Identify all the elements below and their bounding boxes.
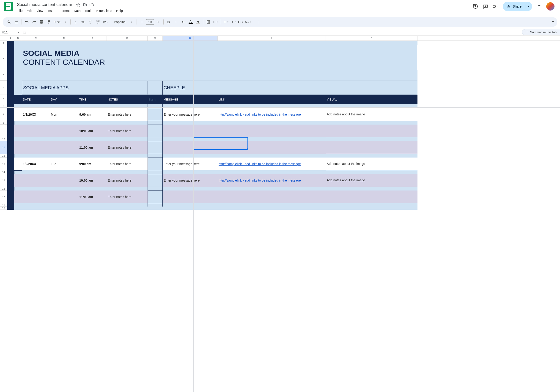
name-box[interactable]: H11 ▾ [0, 29, 21, 36]
text-color-icon[interactable]: A [187, 19, 194, 25]
cell-visual-r7[interactable]: Add notes about the image [326, 108, 418, 121]
share-button[interactable]: Share [503, 2, 525, 11]
meet-icon[interactable]: ▾ [493, 3, 499, 10]
borders-icon[interactable] [205, 19, 211, 25]
row-header-13[interactable]: 13 [0, 157, 7, 170]
document-title[interactable]: Social media content calendar [16, 2, 74, 8]
cell-time-r17[interactable]: 11:00 am [78, 190, 107, 203]
col-header-I[interactable]: I [218, 36, 326, 40]
cell-message-r15[interactable]: Enter your message here [163, 174, 218, 187]
row-header-7[interactable]: 7 [0, 108, 7, 121]
row-header-11[interactable]: 11 [0, 141, 7, 154]
paint-format-icon[interactable] [46, 19, 52, 25]
undo-icon[interactable] [24, 19, 30, 25]
zoom-caret[interactable]: ▾ [62, 19, 69, 25]
col-header-C[interactable]: C [22, 36, 50, 40]
gemini-icon[interactable] [536, 3, 542, 10]
cell-selected-H11[interactable] [163, 141, 218, 154]
font-family-dropdown[interactable]: Poppins [112, 19, 127, 25]
sheet-content[interactable]: SOCIAL MEDIA CONTENT CALENDAR SOCIAL MED… [7, 41, 560, 392]
horizontal-align-icon[interactable]: ▾ [223, 19, 229, 25]
col-header-E[interactable]: E [78, 36, 107, 40]
strikethrough-icon[interactable]: S [180, 19, 187, 25]
decrease-decimal[interactable]: .0← [87, 19, 93, 25]
row-header-4[interactable]: 4 [0, 81, 7, 95]
row-header-17[interactable]: 17 [0, 190, 7, 203]
cell-date-r13[interactable]: 1/2/20XX [22, 157, 50, 170]
increase-font-size[interactable]: + [155, 19, 161, 25]
cell-link-r15[interactable]: http://samplelink - add links to be incl… [219, 178, 301, 183]
freeze-line-horizontal[interactable] [0, 107, 560, 108]
cloud-status-icon[interactable] [90, 2, 94, 7]
row-header-18[interactable]: 18 [0, 203, 7, 206]
menu-data[interactable]: Data [72, 8, 82, 13]
col-header-D[interactable]: D [50, 36, 78, 40]
text-wrap-icon[interactable]: ▾ [237, 19, 244, 25]
cell-day-r7[interactable]: Mon [50, 108, 78, 121]
row-header-12[interactable]: 12 [0, 154, 7, 157]
currency-format[interactable]: £ [72, 19, 79, 25]
col-header-H[interactable]: H [163, 36, 218, 40]
table-view-icon[interactable] [13, 19, 20, 25]
cell-notes-r17[interactable]: Enter notes here [107, 190, 148, 203]
col-header-F[interactable]: F [107, 36, 148, 40]
comments-icon[interactable] [482, 3, 489, 10]
zoom-dropdown[interactable]: 90% [53, 19, 61, 25]
menu-tools[interactable]: Tools [83, 8, 94, 13]
row-header-1[interactable]: 1 [0, 41, 7, 45]
star-icon[interactable] [76, 2, 80, 7]
col-header-A[interactable]: A [7, 36, 14, 40]
cell-visual-r15[interactable]: Add notes about the image [326, 174, 418, 187]
col-header-B[interactable]: B [14, 36, 22, 40]
cell-link-r7[interactable]: http://samplelink - add links to be incl… [219, 112, 301, 117]
cell-time-r11[interactable]: 11:00 am [78, 141, 107, 154]
summarise-tab-button[interactable]: Summarise this tab [522, 29, 560, 35]
cell-time-r15[interactable]: 10:00 am [78, 174, 107, 187]
redo-icon[interactable] [31, 19, 37, 25]
history-icon[interactable] [472, 3, 479, 10]
col-header-G[interactable]: G [148, 36, 163, 40]
cell-time-r9[interactable]: 10:00 am [78, 125, 107, 137]
cell-visual-r13[interactable]: Add notes about the image [326, 157, 418, 170]
cell-notes-r13[interactable]: Enter notes here [107, 157, 148, 170]
vertical-align-icon[interactable]: ▾ [230, 19, 237, 25]
merge-cells-icon[interactable]: ▾ [212, 19, 219, 25]
account-avatar[interactable] [546, 2, 554, 10]
number-format[interactable]: 123 [102, 19, 108, 25]
cell-time-r7[interactable]: 9:00 am [78, 108, 107, 121]
collapse-toolbar-icon[interactable] [551, 20, 555, 24]
col-header-J[interactable]: J [326, 36, 418, 40]
sheets-logo[interactable] [4, 2, 13, 11]
cell-time-r13[interactable]: 9:00 am [78, 157, 107, 170]
search-icon[interactable] [6, 19, 12, 25]
cell-notes-r9[interactable]: Enter notes here [107, 125, 148, 137]
menu-insert[interactable]: Insert [46, 8, 57, 13]
cell-message-r13[interactable]: Enter your message here [163, 157, 218, 170]
cell-notes-r15[interactable]: Enter notes here [107, 174, 148, 187]
menu-view[interactable]: View [35, 8, 45, 13]
menu-file[interactable]: File [16, 8, 25, 13]
cell-link-r13[interactable]: http://samplelink - add links to be incl… [219, 162, 301, 166]
row-header-15[interactable]: 15 [0, 174, 7, 187]
menu-help[interactable]: Help [114, 8, 125, 13]
menu-format[interactable]: Format [58, 8, 71, 13]
row-header-5[interactable]: 5 [0, 95, 7, 104]
row-header-10[interactable]: 10 [0, 137, 7, 141]
percent-format[interactable]: % [80, 19, 86, 25]
row-header-2[interactable]: 2 [0, 45, 7, 70]
menu-edit[interactable]: Edit [25, 8, 34, 13]
cell-notes-r7[interactable]: Enter notes here [107, 108, 148, 121]
text-rotation-icon[interactable]: A→▾ [245, 19, 251, 25]
share-dropdown[interactable]: ▾ [525, 4, 532, 9]
decrease-font-size[interactable]: − [139, 19, 145, 25]
cell-message-r7[interactable]: Enter your message here [163, 108, 218, 121]
move-folder-icon[interactable] [83, 2, 87, 7]
menu-extensions[interactable]: Extensions [94, 8, 114, 13]
italic-icon[interactable]: I [173, 19, 179, 25]
row-header-19[interactable]: 19 [0, 206, 7, 210]
row-header-16[interactable]: 16 [0, 187, 7, 190]
cell-date-r7[interactable]: 1/1/20XX [22, 108, 50, 121]
select-all-corner[interactable] [0, 36, 7, 40]
cell-notes-r11[interactable]: Enter notes here [107, 141, 148, 154]
row-header-9[interactable]: 9 [0, 125, 7, 137]
